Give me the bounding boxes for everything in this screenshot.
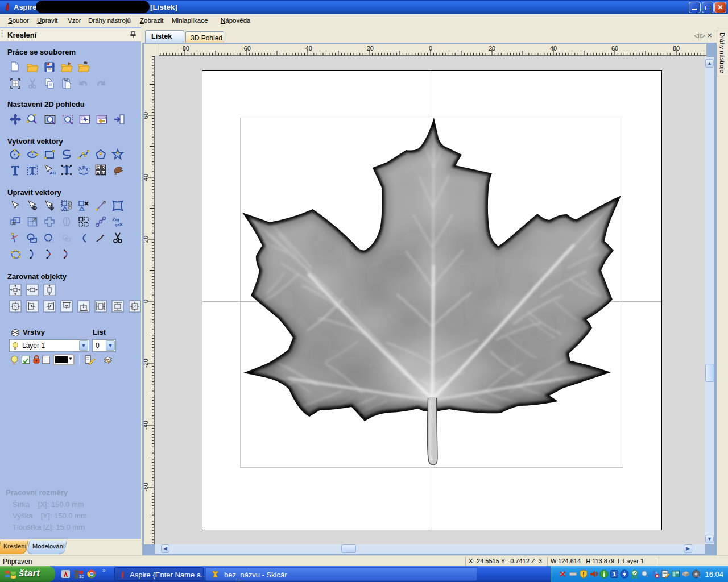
svg-text:B: B	[82, 165, 86, 171]
svg-text:40: 40	[550, 45, 557, 52]
svg-text:ge: ge	[114, 222, 120, 227]
svg-text:-60: -60	[144, 483, 149, 492]
svg-text:20: 20	[489, 45, 495, 52]
svg-text:-20: -20	[144, 359, 149, 368]
svg-text:-20: -20	[365, 45, 374, 52]
svg-text:-40: -40	[144, 421, 149, 430]
svg-text:D: D	[102, 165, 105, 169]
svg-text:60: 60	[611, 45, 618, 52]
svg-text:80: 80	[673, 45, 680, 52]
svg-text:-80: -80	[180, 45, 189, 52]
svg-text:20: 20	[144, 236, 149, 243]
svg-text:0: 0	[144, 300, 149, 303]
svg-text:60: 60	[144, 112, 149, 119]
svg-text:0: 0	[429, 45, 432, 52]
svg-text:-40: -40	[303, 45, 312, 52]
svg-text:-60: -60	[242, 45, 251, 52]
svg-text:40: 40	[144, 174, 149, 181]
svg-text:1: 1	[613, 571, 616, 577]
svg-text:AB: AB	[49, 171, 56, 176]
svg-text:C: C	[86, 166, 90, 172]
svg-text:A: A	[97, 171, 100, 175]
svg-text:3D: 3D	[79, 575, 84, 579]
svg-text:C: C	[97, 165, 100, 169]
svg-text:B: B	[102, 171, 105, 175]
